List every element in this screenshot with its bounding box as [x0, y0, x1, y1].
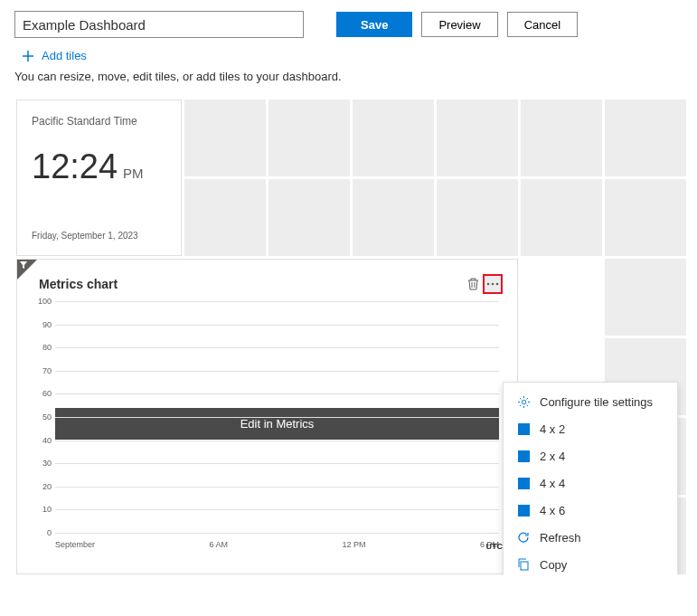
clock-ampm: PM — [123, 166, 144, 181]
metrics-tile-title: Metrics chart — [32, 277, 463, 291]
menu-size-4x2[interactable]: 4 x 2 — [504, 415, 677, 442]
grid-cell[interactable] — [353, 179, 434, 256]
y-tick-label: 50 — [42, 412, 52, 422]
edit-in-metrics-button[interactable]: Edit in Metrics — [55, 408, 499, 440]
gridline — [55, 347, 499, 348]
filter-icon[interactable] — [17, 260, 37, 280]
preview-button[interactable]: Preview — [421, 12, 497, 37]
more-icon[interactable] — [483, 274, 503, 294]
gridline — [55, 325, 499, 326]
size-icon — [516, 476, 531, 490]
y-tick-label: 20 — [42, 482, 52, 491]
menu-refresh[interactable]: Refresh — [504, 524, 677, 551]
y-tick-label: 80 — [42, 343, 52, 352]
refresh-icon — [516, 530, 531, 545]
gridline — [55, 509, 499, 510]
size-icon — [516, 449, 531, 463]
menu-label: 4 x 6 — [540, 504, 565, 517]
gear-icon — [516, 394, 531, 409]
menu-size-4x4[interactable]: 4 x 4 — [504, 469, 677, 497]
trash-icon[interactable] — [463, 274, 483, 294]
grid-cell[interactable] — [184, 100, 266, 176]
x-tick-label: 12 PM — [342, 540, 365, 554]
menu-label: Copy — [540, 558, 567, 572]
grid-cell[interactable] — [437, 179, 518, 256]
menu-size-4x6[interactable]: 4 x 6 — [504, 497, 677, 524]
size-icon — [516, 503, 531, 517]
add-tiles-label: Add tiles — [42, 49, 87, 62]
menu-configure-tile[interactable]: Configure tile settings — [504, 388, 677, 415]
y-tick-label: 0 — [47, 528, 52, 537]
menu-copy[interactable]: Copy — [504, 551, 677, 574]
menu-label: Refresh — [540, 531, 581, 545]
clock-timezone: Pacific Standard Time — [32, 115, 166, 128]
grid-cell[interactable] — [184, 179, 266, 256]
plus-icon — [22, 50, 34, 62]
gridline — [55, 487, 499, 488]
grid-cell[interactable] — [605, 179, 686, 256]
copy-icon — [516, 557, 531, 572]
gridline — [55, 417, 499, 418]
gridline — [55, 533, 499, 534]
dashboard-grid: Pacific Standard Time 12:24 PM Friday, S… — [0, 100, 697, 574]
metrics-chart: 0102030405060708090100 Edit in Metrics S… — [55, 301, 499, 554]
chart-timezone-label: UTC — [486, 542, 504, 551]
y-tick-label: 30 — [42, 459, 52, 468]
menu-label: 2 x 4 — [540, 450, 565, 463]
svg-rect-4 — [521, 562, 528, 570]
svg-point-3 — [522, 400, 525, 403]
dashboard-name-input[interactable] — [14, 11, 304, 38]
grid-cell[interactable] — [605, 100, 686, 176]
size-icon — [516, 422, 531, 436]
gridline — [55, 463, 499, 464]
menu-label: 4 x 2 — [540, 422, 565, 436]
svg-point-1 — [492, 283, 494, 286]
gridline — [55, 441, 499, 441]
y-tick-label: 90 — [42, 320, 52, 329]
add-tiles-link[interactable]: Add tiles — [0, 45, 697, 68]
grid-cell[interactable] — [521, 100, 602, 176]
grid-cell[interactable] — [521, 179, 602, 256]
grid-cell[interactable] — [268, 179, 350, 256]
gridline — [55, 393, 499, 394]
menu-label: Configure tile settings — [540, 395, 653, 409]
grid-cell[interactable] — [437, 100, 518, 176]
grid-cell[interactable] — [605, 259, 686, 336]
gridline — [55, 301, 499, 302]
save-button[interactable]: Save — [336, 12, 412, 37]
metrics-chart-tile[interactable]: Metrics chart 0102030405060708090100 Edi… — [16, 259, 518, 574]
tile-context-menu: Configure tile settings 4 x 2 2 x 4 4 x … — [503, 382, 678, 574]
y-tick-label: 100 — [38, 297, 52, 306]
clock-date: Friday, September 1, 2023 — [32, 231, 166, 241]
x-tick-label: September — [55, 540, 95, 554]
y-tick-label: 70 — [42, 366, 52, 375]
y-tick-label: 10 — [42, 505, 52, 514]
x-tick-label: 6 AM — [210, 540, 229, 554]
dashboard-toolbar: Save Preview Cancel — [0, 0, 697, 45]
svg-point-0 — [487, 283, 490, 286]
menu-label: 4 x 4 — [540, 477, 565, 490]
menu-size-2x4[interactable]: 2 x 4 — [504, 442, 677, 469]
clock-time: 12:24 — [32, 147, 118, 186]
y-tick-label: 40 — [42, 436, 52, 445]
grid-cell[interactable] — [353, 100, 434, 176]
svg-point-2 — [496, 283, 499, 286]
grid-cell[interactable] — [268, 100, 350, 176]
cancel-button[interactable]: Cancel — [507, 12, 578, 37]
clock-tile[interactable]: Pacific Standard Time 12:24 PM Friday, S… — [16, 100, 182, 256]
y-tick-label: 60 — [42, 389, 52, 398]
gridline — [55, 371, 499, 372]
hint-text: You can resize, move, edit tiles, or add… — [0, 68, 697, 100]
